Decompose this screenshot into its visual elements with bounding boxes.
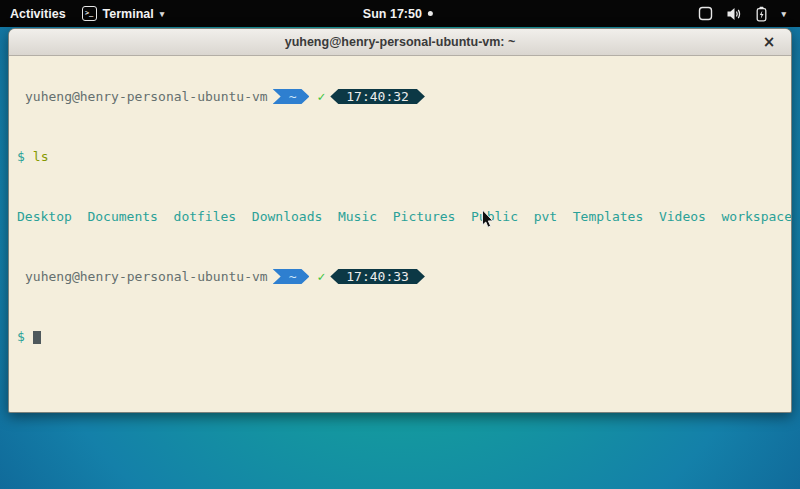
app-menu-label: Terminal: [103, 7, 154, 21]
notification-dot-icon: [428, 11, 433, 16]
command-line: $ls: [17, 149, 791, 164]
system-menu-button[interactable]: ▾: [698, 6, 800, 22]
chevron-down-icon: ▾: [781, 9, 786, 19]
prompt-time-segment: 17:40:33: [330, 269, 425, 284]
top-bar: Activities >_ Terminal ▾ Sun 17:50: [0, 0, 800, 27]
prompt-time-segment: 17:40:32: [330, 89, 425, 104]
status-check-icon: ✓: [317, 269, 325, 284]
terminal-window: yuheng@henry-personal-ubuntu-vm: ~ × yuh…: [8, 28, 792, 413]
close-button[interactable]: ×: [759, 32, 779, 52]
ls-entry: workspace: [722, 209, 792, 224]
window-title: yuheng@henry-personal-ubuntu-vm: ~: [285, 35, 516, 49]
prompt-user: yuheng@henry-personal-ubuntu-vm: [25, 269, 268, 284]
battery-charging-icon: [755, 6, 768, 22]
prompt-path: ~: [289, 89, 297, 104]
ls-entry: Downloads: [252, 209, 322, 224]
ls-entry: Music: [338, 209, 377, 224]
volume-icon: [726, 7, 742, 21]
network-icon: [698, 6, 713, 21]
command-text: ls: [33, 149, 49, 164]
activities-label: Activities: [10, 7, 66, 21]
chevron-down-icon: ▾: [160, 9, 165, 19]
clock-button[interactable]: Sun 17:50: [363, 0, 433, 27]
input-line[interactable]: $: [17, 329, 791, 344]
prompt-symbol: $: [17, 149, 25, 164]
ls-entry: Public: [471, 209, 518, 224]
prompt-path: ~: [289, 269, 297, 284]
ls-entry: Videos: [659, 209, 706, 224]
prompt-line: yuheng@henry-personal-ubuntu-vm~✓17:40:3…: [17, 89, 791, 104]
title-bar[interactable]: yuheng@henry-personal-ubuntu-vm: ~ ×: [9, 29, 791, 56]
activities-button[interactable]: Activities: [10, 7, 66, 21]
ls-entry: Pictures: [393, 209, 456, 224]
ls-entry: Desktop: [17, 209, 72, 224]
terminal-icon: >_: [82, 6, 97, 21]
ls-entry: Templates: [573, 209, 643, 224]
clock-label: Sun 17:50: [363, 7, 422, 21]
prompt-user: yuheng@henry-personal-ubuntu-vm: [25, 89, 268, 104]
prompt-path-segment: ~: [273, 89, 310, 104]
ls-entry: pvt: [534, 209, 557, 224]
app-menu-button[interactable]: >_ Terminal ▾: [82, 6, 165, 21]
prompt-path-segment: ~: [273, 269, 310, 284]
ls-entry: dotfiles: [174, 209, 237, 224]
prompt-line: yuheng@henry-personal-ubuntu-vm~✓17:40:3…: [17, 269, 791, 284]
prompt-time: 17:40:32: [346, 89, 409, 104]
prompt-time: 17:40:33: [346, 269, 409, 284]
text-cursor: [33, 331, 41, 344]
terminal-content[interactable]: yuheng@henry-personal-ubuntu-vm~✓17:40:3…: [9, 56, 791, 413]
ls-output-line: Desktop Documents dotfiles Downloads Mus…: [17, 209, 791, 224]
status-check-icon: ✓: [317, 89, 325, 104]
ls-entry: Documents: [87, 209, 157, 224]
prompt-symbol: $: [17, 329, 25, 344]
